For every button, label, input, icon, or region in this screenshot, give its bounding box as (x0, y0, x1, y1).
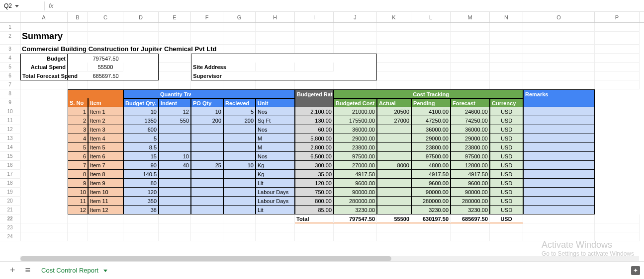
budgeted-cost-cell[interactable]: 27000.00 (334, 161, 377, 170)
unit-cell[interactable]: Kg (256, 161, 295, 170)
po-qty-cell[interactable] (191, 134, 223, 143)
sno-cell[interactable]: 5 (68, 143, 88, 152)
row-header[interactable]: 6 (0, 71, 20, 80)
currency-header[interactable]: Currency (490, 98, 523, 107)
sno-cell[interactable]: 3 (68, 125, 88, 134)
indent-cell[interactable] (159, 179, 191, 188)
row-header[interactable]: 2 (0, 32, 20, 45)
row-header[interactable]: 11 (0, 116, 20, 125)
actual-cost-cell[interactable]: 20500 (377, 107, 411, 116)
received-cell[interactable]: 200 (223, 116, 256, 125)
currency-cell[interactable]: USD (490, 143, 523, 152)
item-cell[interactable]: Item 7 (88, 161, 123, 170)
sno-cell[interactable]: 6 (68, 152, 88, 161)
budget-qty-cell[interactable]: 1350 (123, 116, 159, 125)
item-cell[interactable]: Item 10 (88, 188, 123, 197)
budgeted-rate-cell[interactable]: 750.00 (295, 188, 334, 197)
item-cell[interactable]: Item 12 (88, 206, 123, 214)
col-header[interactable]: P (595, 12, 640, 22)
row-header[interactable]: 17 (0, 170, 20, 179)
budgeted-rate-cell[interactable]: 120.00 (295, 179, 334, 188)
actual-cost-cell[interactable] (377, 206, 411, 214)
remarks-cell[interactable] (523, 152, 595, 161)
sno-cell[interactable]: 7 (68, 161, 88, 170)
item-cell[interactable]: Item 5 (88, 143, 123, 152)
po-qty-cell[interactable] (191, 206, 223, 214)
budgeted-cost-cell[interactable]: 23800.00 (334, 143, 377, 152)
budget-qty-cell[interactable]: 120 (123, 188, 159, 197)
forecast-cost-cell[interactable]: 9600.00 (451, 179, 490, 188)
row-header[interactable]: 1 (0, 23, 20, 32)
currency-cell[interactable]: USD (490, 116, 523, 125)
namebox-dropdown-icon[interactable] (15, 5, 19, 7)
budget-qty-header[interactable]: Budget Qty. (123, 98, 159, 107)
po-qty-cell[interactable]: 25 (191, 161, 223, 170)
project-subtitle[interactable]: Commercial Building Construction for Jup… (20, 45, 68, 54)
col-header[interactable]: M (451, 12, 490, 22)
pending-cost-cell[interactable]: 23800.00 (411, 143, 451, 152)
item-cell[interactable]: Item 9 (88, 179, 123, 188)
received-cell[interactable] (223, 179, 256, 188)
item-cell[interactable]: Item 2 (88, 116, 123, 125)
cost-tracking-header[interactable]: Cost Tracking (411, 89, 451, 98)
row-header[interactable]: 24 (0, 232, 20, 241)
budgeted-cost-cell[interactable]: 3230.00 (334, 206, 377, 214)
budgeted-rate-cell[interactable]: 130.00 (295, 116, 334, 125)
budget-qty-cell[interactable]: 600 (123, 125, 159, 134)
sno-cell[interactable]: 9 (68, 179, 88, 188)
budgeted-rate-cell[interactable]: 60.00 (295, 125, 334, 134)
unit-cell[interactable]: M (256, 134, 295, 143)
col-header[interactable]: B (68, 12, 88, 22)
indent-cell[interactable] (159, 170, 191, 179)
indent-cell[interactable] (159, 125, 191, 134)
received-cell[interactable] (223, 134, 256, 143)
pending-cost-cell[interactable]: 4100.00 (411, 107, 451, 116)
grid[interactable]: 1 2Summary 3Commercial Building Construc… (0, 23, 644, 266)
row-header[interactable]: 8 (0, 89, 20, 98)
currency-cell[interactable]: USD (490, 206, 523, 214)
received-cell[interactable] (223, 125, 256, 134)
site-address-label[interactable]: Site Address (191, 63, 223, 71)
budgeted-rate-cell[interactable]: 6,500.00 (295, 152, 334, 161)
forecast-cost-cell[interactable]: 3230.00 (451, 206, 490, 214)
col-header[interactable]: K (377, 12, 411, 22)
forecast-cost-cell[interactable]: 74250.00 (451, 116, 490, 125)
col-header[interactable]: J (334, 12, 377, 22)
sno-cell[interactable]: 10 (68, 188, 88, 197)
unit-cell[interactable]: M (256, 143, 295, 152)
sno-cell[interactable]: 1 (68, 107, 88, 116)
remarks-cell[interactable] (523, 134, 595, 143)
forecast-spend-value[interactable]: 685697.50 (88, 71, 123, 80)
sno-cell[interactable]: 8 (68, 170, 88, 179)
col-header[interactable]: I (295, 12, 334, 22)
budgeted-cost-cell[interactable]: 175500.00 (334, 116, 377, 125)
unit-header[interactable]: Unit (256, 98, 295, 107)
col-header[interactable]: N (490, 12, 523, 22)
sno-header[interactable]: S. No (68, 98, 88, 107)
row-header[interactable]: 10 (0, 107, 20, 116)
pending-cost-cell[interactable]: 90000.00 (411, 188, 451, 197)
currency-cell[interactable]: USD (490, 179, 523, 188)
received-cell[interactable] (223, 188, 256, 197)
row-header[interactable]: 9 (0, 98, 20, 107)
item-header[interactable]: Item (88, 98, 123, 107)
col-header[interactable]: O (523, 12, 595, 22)
item-cell[interactable]: Item 8 (88, 170, 123, 179)
currency-cell[interactable]: USD (490, 152, 523, 161)
remarks-cell[interactable] (523, 197, 595, 206)
po-qty-cell[interactable] (191, 188, 223, 197)
forecast-cost-cell[interactable]: 36000.00 (451, 125, 490, 134)
pending-cost-cell[interactable]: 47250.00 (411, 116, 451, 125)
remarks-cell[interactable] (523, 116, 595, 125)
unit-cell[interactable]: Labour Days (256, 197, 295, 206)
currency-cell[interactable]: USD (490, 107, 523, 116)
sno-cell[interactable]: 2 (68, 116, 88, 125)
namebox[interactable]: Q2 (0, 1, 45, 10)
budget-qty-cell[interactable]: 350 (123, 197, 159, 206)
actual-cost-cell[interactable] (377, 197, 411, 206)
currency-cell[interactable]: USD (490, 161, 523, 170)
row-header[interactable]: 3 (0, 45, 20, 54)
add-sheet-button[interactable]: + (10, 265, 15, 266)
sno-cell[interactable]: 12 (68, 206, 88, 214)
budget-value[interactable]: 797547.50 (88, 54, 123, 63)
